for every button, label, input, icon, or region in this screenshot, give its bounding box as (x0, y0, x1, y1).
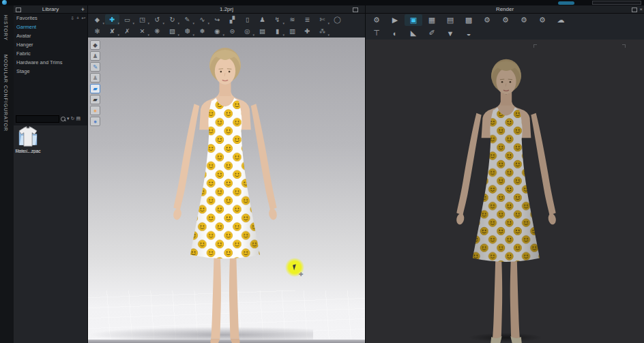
library-popout-icon[interactable] (16, 8, 21, 12)
sphere-view-icon[interactable]: ● (90, 117, 100, 126)
project-popout-icon[interactable] (353, 8, 358, 12)
move-gizmo-icon: ✚ (299, 271, 304, 278)
library-item-favorites[interactable]: Favorites ⇩+↩ (14, 14, 88, 23)
pin-brush-icon[interactable]: ✎ (90, 62, 100, 72)
library-search-input[interactable] (16, 115, 59, 123)
avatar-skin-icon[interactable]: ● (90, 106, 100, 115)
list-view-icon[interactable]: ▤ (76, 116, 80, 121)
move-tool-icon[interactable]: ✚ ▾ (105, 14, 119, 25)
render-toolbar: ⚙ ▶ ▣ ▦ ▤ ▩ ⚙ (366, 14, 644, 40)
tab-history[interactable]: HISTORY (3, 15, 8, 41)
show-fabric-icon[interactable]: ▰ (90, 84, 100, 93)
button-tool-icon[interactable]: ◉ ▾ (210, 26, 224, 36)
hide-fabric-icon[interactable]: ▰ (90, 95, 100, 104)
project-panel-titlebar: 1.2prj (88, 5, 365, 14)
file-tile[interactable]: Male_...zpac (14, 125, 42, 153)
align-tool-icon[interactable]: ✚ ▾ (300, 26, 314, 36)
pen-tool-icon[interactable]: ✎ ▾ (180, 14, 194, 25)
directional-ray-icon[interactable]: ◣ (405, 27, 422, 39)
light-brush-icon[interactable]: ✐ (423, 27, 441, 39)
library-item[interactable]: Stage (14, 67, 88, 76)
light-tool-icon[interactable]: ⊤ (368, 27, 385, 39)
fabric-a-tool-icon[interactable]: ▮ ▾ (270, 26, 284, 36)
pants-tool-icon[interactable]: ▯ ▾ (240, 14, 254, 25)
refresh-icon[interactable]: ↻ (71, 116, 75, 121)
library-item[interactable]: Avatar (14, 31, 88, 40)
project-toolbar: ◆ ▾ ✚ ▾ ▭ ▾ ◳ ▾ ↺ ▾ ↻ (88, 14, 365, 38)
pose-avatar-tool-icon[interactable]: ✻ ▾ (90, 26, 104, 36)
camera-properties-icon[interactable]: ⚙ (515, 14, 533, 26)
show-avatar-icon[interactable]: ♟ (90, 73, 100, 83)
top-bar-search[interactable] (592, 1, 641, 5)
project-3d-viewport[interactable]: ◆ ♟ ✎ ♟ ▰ ▰ ● (88, 38, 365, 343)
render-close-icon[interactable]: × (639, 5, 643, 14)
project-tab-title: 1.2prj (220, 6, 233, 12)
video-properties-icon[interactable]: ⚙ (497, 14, 514, 26)
image-properties-icon[interactable]: ⚙ (478, 14, 496, 26)
gem-tool-icon[interactable]: ◆ ▾ (90, 14, 104, 25)
render-toolbar-row2: ⊤ ◐ ◣ ✐ ▼ ◒ (366, 27, 644, 40)
library-item[interactable]: Hardware and Trims (14, 58, 88, 67)
garment-file-icon (16, 126, 40, 147)
pick-move-tool-icon[interactable]: ✘ ▾ (105, 26, 119, 36)
show-garment-icon[interactable]: ◆ (90, 40, 100, 50)
render-popout-icon[interactable] (632, 8, 637, 12)
left-dock-strip: HISTORY MODULAR CONFIGURATOR (0, 5, 14, 343)
render-viewport[interactable] (366, 40, 644, 343)
library-add-tab-button[interactable]: + (81, 5, 85, 14)
stack-tool-icon[interactable]: ≣ ▾ (300, 14, 314, 25)
image-sequence-icon[interactable]: ▩ (460, 14, 478, 26)
animation-properties-icon[interactable]: ⚙ (533, 14, 551, 26)
ring-tool-icon[interactable]: ◯ ▾ (330, 14, 345, 25)
search-scope-caret-icon[interactable]: ▾ (67, 116, 70, 121)
library-item[interactable]: Fabric (14, 49, 88, 58)
trace-tool-icon[interactable]: ❋ ▾ (150, 26, 164, 36)
import-icon[interactable]: ⇩ (70, 16, 74, 21)
scatter-tool-icon[interactable]: ⁂ ▾ (315, 26, 330, 36)
interactive-render-icon[interactable]: ▶ (386, 14, 404, 26)
edit-curvature-tool-icon[interactable]: ↻ ▾ (165, 14, 179, 25)
avatar-fit-tool-icon[interactable]: ♟ ▾ (255, 14, 269, 25)
cloud-render-icon[interactable]: ☁ (552, 14, 570, 26)
back-icon[interactable]: ↩ (81, 16, 85, 21)
project-toolbar-row2: ✻ ▾ ✘ ▾ ✗ ▾ ✕ ▾ ❋ ▾ ▧ (88, 25, 365, 37)
box-select-tool-icon[interactable]: ▭ ▾ (120, 14, 134, 25)
detach-tool-icon[interactable]: ✕ ▾ (135, 26, 149, 36)
add-favorite-icon[interactable]: + (76, 16, 79, 21)
avatar-render-view (438, 50, 574, 343)
library-item[interactable]: Garment (14, 23, 88, 31)
dome-light-icon[interactable]: ◒ (460, 27, 478, 39)
render-settings-icon[interactable]: ⚙ (368, 14, 385, 26)
texture-tool-icon[interactable]: ▤ ▾ (255, 26, 269, 36)
avatar-3d-view[interactable] (154, 39, 296, 343)
cut-tool-icon[interactable]: ✄ ▾ (315, 14, 330, 25)
zipper-tool-icon[interactable]: ◎ ▾ (240, 26, 254, 36)
viewport-tool-column: ◆ ♟ ✎ ♟ ▰ ▰ ● (90, 40, 100, 126)
tab-modular-configurator[interactable]: MODULAR CONFIGURATOR (3, 55, 8, 132)
edit-curve-tool-icon[interactable]: ↺ ▾ (150, 14, 164, 25)
snapshot-camera-icon[interactable]: ▤ (441, 14, 459, 26)
environment-light-icon[interactable]: ◐ (386, 27, 404, 39)
garment-tool-icon[interactable]: ▞ ▾ (225, 14, 239, 25)
freeze-tool-icon[interactable]: ❅ ▾ (195, 26, 209, 36)
project-toolbar-row1: ◆ ▾ ✚ ▾ ▭ ▾ ◳ ▾ ↺ ▾ ↻ (88, 14, 365, 25)
pin-tool-icon[interactable]: ↯ ▾ (270, 14, 284, 25)
app-logo-icon (2, 0, 7, 5)
softbox-light-icon[interactable]: ▼ (441, 27, 459, 39)
render-image-icon[interactable]: ▦ (423, 14, 441, 26)
library-item[interactable]: Hanger (14, 40, 88, 49)
show-avatar-garment-icon[interactable]: ♟ (90, 51, 100, 61)
top-bar-toggle[interactable] (558, 1, 574, 5)
buttonhole-tool-icon[interactable]: ⊜ ▾ (225, 26, 239, 36)
search-icon[interactable] (61, 117, 65, 121)
render-toolbar-row1: ⚙ ▶ ▣ ▦ ▤ ▩ ⚙ (366, 14, 644, 27)
transform-pattern-tool-icon[interactable]: ◳ ▾ (135, 14, 149, 25)
final-render-icon[interactable]: ▣ (405, 14, 422, 26)
free-sewing-tool-icon[interactable]: ↪ ▾ (210, 14, 224, 25)
sewing-tool-icon[interactable]: ∿ ▾ (195, 14, 209, 25)
flatten-tool-icon[interactable]: ❆ ▾ (180, 26, 194, 36)
attach-tool-icon[interactable]: ✗ ▾ (120, 26, 134, 36)
grade-tool-icon[interactable]: ▧ ▾ (165, 26, 179, 36)
fabric-b-tool-icon[interactable]: ▥ ▾ (285, 26, 299, 36)
spool-tool-icon[interactable]: ≋ ▾ (285, 14, 299, 25)
